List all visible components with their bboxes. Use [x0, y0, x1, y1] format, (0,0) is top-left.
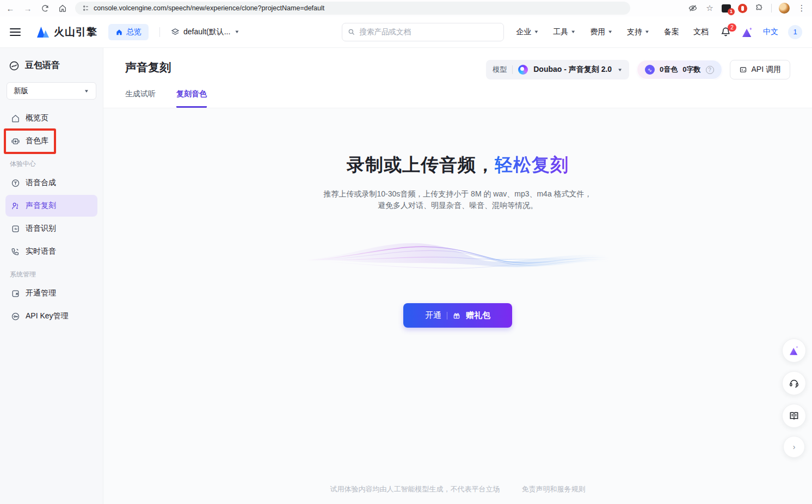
- overview-label: 总览: [126, 27, 142, 37]
- floating-collapse-button[interactable]: ›: [783, 436, 805, 458]
- gift-icon: [453, 312, 460, 319]
- sidebar-item-voice-library[interactable]: 音色库: [5, 130, 97, 152]
- user-avatar[interactable]: 1: [788, 25, 802, 39]
- address-bar[interactable]: console.volcengine.com/speech/new/experi…: [75, 2, 630, 15]
- waveform-graphic: [305, 231, 610, 282]
- model-selector[interactable]: 模型 Doubao - 声音复刻 2.0 ▼: [486, 60, 629, 79]
- footer: 试用体验内容均由人工智能模型生成，不代表平台立场免责声明和服务规则: [103, 484, 812, 494]
- quota-voices: 0音色: [660, 65, 678, 75]
- nav-links: 企业▼ 工具▼ 费用▼ 支持▼ 备案 文档: [516, 27, 709, 37]
- sidebar-item-voice-clone[interactable]: 声音复刻: [5, 195, 97, 217]
- page-title: 声音复刻: [125, 60, 171, 75]
- project-name: default(默认...: [183, 27, 230, 37]
- quota-wave-icon: ∿: [645, 65, 655, 75]
- url-text: console.volcengine.com/speech/new/experi…: [94, 4, 324, 12]
- activate-button[interactable]: 开通 赠礼包: [403, 303, 512, 328]
- hamburger-menu-icon[interactable]: [10, 28, 21, 36]
- footer-disclaimer: 试用体验内容均由人工智能模型生成，不代表平台立场: [330, 485, 500, 493]
- voice-library-icon: [11, 137, 20, 146]
- question-circle-icon[interactable]: ?: [706, 66, 714, 74]
- notification-badge: 2: [728, 23, 736, 32]
- content-area: 录制或上传音频，轻松复刻 推荐上传或录制10-30s音频，上传支持小于 8M 的…: [103, 108, 812, 504]
- forward-icon[interactable]: →: [23, 3, 33, 13]
- floating-ai-assistant-button[interactable]: [782, 339, 806, 362]
- open-book-icon: [789, 410, 799, 421]
- asr-icon: [11, 224, 20, 233]
- sidebar-item-activation[interactable]: 开通管理: [5, 282, 97, 304]
- model-value: Doubao - 声音复刻 2.0: [533, 65, 612, 75]
- browser-menu-dots-icon[interactable]: ⋮: [797, 3, 807, 13]
- reload-icon[interactable]: [40, 3, 50, 13]
- extension-badge: 1: [728, 8, 735, 15]
- nav-link-record[interactable]: 备案: [664, 27, 679, 37]
- project-layers-icon: [171, 28, 180, 36]
- home-outline-icon: [11, 114, 20, 123]
- doubao-model-icon: [518, 65, 528, 75]
- quota-chars: 0字数: [682, 65, 700, 75]
- cta-gift-label: 赠礼包: [466, 310, 490, 321]
- voice-clone-icon: [11, 201, 20, 211]
- overview-home-icon: [115, 28, 123, 36]
- floating-docs-button[interactable]: [782, 404, 806, 428]
- nav-link-docs[interactable]: 文档: [693, 27, 709, 37]
- ai-mountain-icon: [789, 345, 799, 356]
- hero-desc-line2: 避免多人对话、明显杂音、噪音、混响等情况。: [323, 200, 592, 211]
- sidebar: 豆包语音 新版 ▼ 概览页 音色库 体验中心 语音合成 声音复刻 语音识别: [0, 48, 103, 504]
- tabs-row: 生成试听 复刻音色: [103, 79, 812, 108]
- logo-text: 火山引擎: [54, 25, 97, 39]
- nav-link-support[interactable]: 支持▼: [627, 27, 650, 37]
- home-icon[interactable]: [58, 3, 67, 13]
- chevron-down-icon: ▼: [644, 29, 650, 34]
- extensions-puzzle-icon[interactable]: [754, 3, 764, 13]
- sidebar-item-realtime[interactable]: 实时语音: [5, 241, 97, 262]
- api-call-button[interactable]: API 调用: [730, 60, 790, 79]
- headset-icon: [789, 378, 799, 389]
- floating-support-button[interactable]: [782, 371, 806, 395]
- version-selector[interactable]: 新版 ▼: [7, 82, 96, 100]
- sidebar-item-tts[interactable]: 语音合成: [5, 172, 97, 194]
- sidebar-item-asr[interactable]: 语音识别: [5, 218, 97, 239]
- hero-description: 推荐上传或录制10-30s音频，上传支持小于 8M 的 wav、mp3、m4a …: [323, 188, 592, 211]
- model-label: 模型: [493, 65, 507, 75]
- activation-icon: [11, 289, 20, 298]
- extension-blocker-icon[interactable]: [738, 4, 747, 13]
- api-chat-icon: [739, 66, 747, 74]
- chevron-down-icon: ▼: [84, 89, 89, 94]
- hero-desc-line1: 推荐上传或录制10-30s音频，上传支持小于 8M 的 wav、mp3、m4a …: [323, 188, 592, 200]
- bookmark-star-icon[interactable]: ☆: [705, 3, 715, 13]
- nav-link-billing[interactable]: 费用▼: [590, 27, 613, 37]
- sidebar-item-overview[interactable]: 概览页: [5, 107, 97, 129]
- doubao-voice-icon: [9, 60, 20, 71]
- extension-dark-icon[interactable]: 1: [722, 4, 731, 13]
- quota-pill: ∿ 0音色 0字数 ?: [637, 60, 722, 79]
- browser-profile-avatar[interactable]: [779, 3, 790, 14]
- hero-title: 录制或上传音频，轻松复刻: [347, 153, 569, 177]
- notification-bell-icon[interactable]: 2: [721, 27, 731, 38]
- cta-divider: [447, 312, 447, 319]
- nav-link-enterprise[interactable]: 企业▼: [516, 27, 539, 37]
- browser-toolbar: ← → console.volcengine.com/speech/new/ex…: [0, 0, 812, 16]
- sidebar-item-api-key[interactable]: API Key管理: [5, 305, 97, 327]
- tts-icon: [11, 179, 20, 188]
- api-key-icon: [11, 312, 20, 321]
- tab-generate-preview[interactable]: 生成试听: [125, 89, 156, 108]
- chevron-down-icon: ▼: [234, 29, 239, 34]
- footer-terms-link[interactable]: 免责声明和服务规则: [522, 485, 586, 493]
- tab-clone-voice[interactable]: 复刻音色: [176, 89, 207, 108]
- sidebar-section-experience: 体验中心: [10, 159, 103, 169]
- language-switch[interactable]: 中文: [763, 27, 778, 37]
- site-info-icon[interactable]: [82, 4, 89, 12]
- overview-button[interactable]: 总览: [108, 24, 149, 40]
- volcengine-logo[interactable]: 火山引擎: [36, 25, 97, 39]
- main-area: 声音复刻 模型 Doubao - 声音复刻 2.0 ▼ ∿ 0音色 0字数 ?: [103, 48, 812, 504]
- project-selector[interactable]: default(默认... ▼: [171, 27, 239, 37]
- realtime-voice-icon: [11, 247, 20, 256]
- volcengine-logo-icon: [36, 26, 50, 39]
- search-input[interactable]: [359, 28, 498, 36]
- nav-link-tools[interactable]: 工具▼: [553, 27, 576, 37]
- cta-open-label: 开通: [425, 310, 441, 321]
- ai-assistant-icon[interactable]: [741, 27, 753, 38]
- back-icon[interactable]: ←: [5, 3, 15, 13]
- search-box[interactable]: [342, 23, 504, 41]
- eye-off-icon[interactable]: [688, 3, 698, 13]
